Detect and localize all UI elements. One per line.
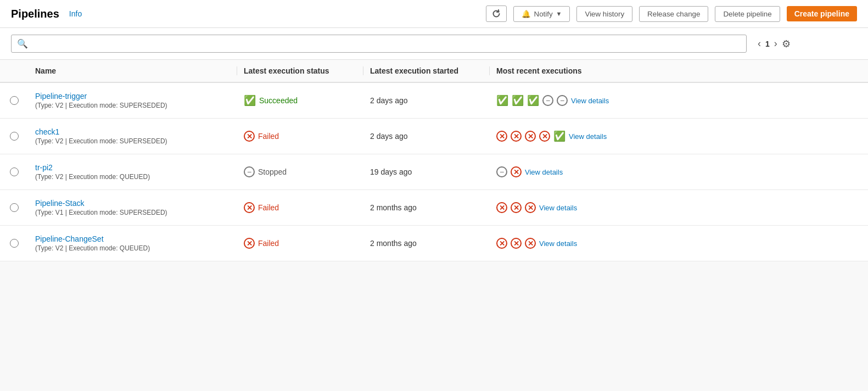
pipeline-name-link[interactable]: tr-pi2 xyxy=(35,163,231,172)
view-details-link[interactable]: View details xyxy=(569,132,607,141)
row-select-cell xyxy=(0,96,29,105)
view-details-link[interactable]: View details xyxy=(539,204,577,212)
exec-success-icon: ✅ xyxy=(553,130,565,142)
row-executions-cell: −✕ View details xyxy=(490,166,868,177)
refresh-button[interactable] xyxy=(486,5,507,22)
row-radio-2[interactable] xyxy=(10,167,19,176)
bell-icon: 🔔 xyxy=(522,10,531,18)
search-input[interactable] xyxy=(31,40,741,48)
status-failed-icon: ✕ xyxy=(244,238,255,249)
exec-stopped-icon: − xyxy=(496,166,507,177)
row-name-cell: Pipeline-ChangeSet (Type: V2 | Execution… xyxy=(29,234,237,252)
pipeline-meta: (Type: V1 | Execution mode: SUPERSEDED) xyxy=(35,209,231,216)
delete-pipeline-button[interactable]: Delete pipeline xyxy=(715,6,780,22)
pipeline-name-link[interactable]: Pipeline-Stack xyxy=(35,199,231,208)
pipeline-name-link[interactable]: Pipeline-ChangeSet xyxy=(35,234,231,243)
status-badge: ✕ Failed xyxy=(244,131,357,142)
started-text: 19 days ago xyxy=(370,167,412,176)
pipeline-name-link[interactable]: Pipeline-trigger xyxy=(35,92,231,100)
row-executions-cell: ✕✕✕✕✅ View details xyxy=(490,130,868,142)
notify-button[interactable]: 🔔 Notify ▼ xyxy=(513,6,570,22)
exec-failed-icon: ✕ xyxy=(511,238,522,249)
row-radio-4[interactable] xyxy=(10,239,19,248)
row-started-cell: 2 months ago xyxy=(363,239,490,248)
row-started-cell: 2 months ago xyxy=(363,203,490,212)
search-input-wrap: 🔍 xyxy=(11,35,747,53)
row-started-cell: 2 days ago xyxy=(363,132,490,141)
status-text: Succeeded xyxy=(259,96,298,105)
row-radio-0[interactable] xyxy=(10,96,19,105)
executions-cell: ✕✕✕ View details xyxy=(496,238,861,249)
pipeline-meta: (Type: V2 | Execution mode: QUEUED) xyxy=(35,244,231,252)
started-text: 2 months ago xyxy=(370,239,417,248)
executions-cell: ✅✅✅−− View details xyxy=(496,94,861,107)
status-badge: ✅ Succeeded xyxy=(244,94,357,107)
row-status-cell: ✕ Failed xyxy=(237,202,363,213)
table-row: Pipeline-Stack (Type: V1 | Execution mod… xyxy=(0,190,868,226)
row-started-cell: 2 days ago xyxy=(363,96,490,105)
th-status: Latest execution status xyxy=(237,66,363,75)
th-select xyxy=(0,66,29,75)
settings-icon[interactable]: ⚙ xyxy=(782,38,791,50)
row-name-cell: tr-pi2 (Type: V2 | Execution mode: QUEUE… xyxy=(29,163,237,181)
exec-failed-icon: ✕ xyxy=(511,166,522,177)
executions-cell: ✕✕✕ View details xyxy=(496,202,861,213)
exec-success-icon: ✅ xyxy=(527,94,539,107)
pipeline-meta: (Type: V2 | Execution mode: QUEUED) xyxy=(35,173,231,181)
th-started: Latest execution started xyxy=(363,66,490,75)
started-text: 2 months ago xyxy=(370,203,417,212)
search-bar: 🔍 ‹ 1 › ⚙ xyxy=(0,28,868,60)
refresh-icon xyxy=(492,9,501,18)
info-link[interactable]: Info xyxy=(69,9,82,18)
table-row: check1 (Type: V2 | Execution mode: SUPER… xyxy=(0,119,868,154)
table-row: tr-pi2 (Type: V2 | Execution mode: QUEUE… xyxy=(0,154,868,190)
row-started-cell: 19 days ago xyxy=(363,167,490,176)
pipeline-name-link[interactable]: check1 xyxy=(35,127,231,136)
next-page-button[interactable]: › xyxy=(774,38,777,49)
status-failed-icon: ✕ xyxy=(244,131,255,142)
view-details-link[interactable]: View details xyxy=(539,239,577,248)
exec-success-icon: ✅ xyxy=(496,94,508,107)
page-title: Pipelines xyxy=(11,8,59,20)
notify-label: Notify xyxy=(534,10,553,18)
pipeline-meta: (Type: V2 | Execution mode: SUPERSEDED) xyxy=(35,102,231,109)
exec-failed-icon: ✕ xyxy=(511,131,522,142)
view-details-link[interactable]: View details xyxy=(525,168,563,176)
exec-failed-icon: ✕ xyxy=(525,131,536,142)
status-badge: − Stopped xyxy=(244,166,357,177)
row-status-cell: ✕ Failed xyxy=(237,238,363,249)
row-executions-cell: ✕✕✕ View details xyxy=(490,202,868,213)
exec-failed-icon: ✕ xyxy=(496,202,507,213)
row-select-cell xyxy=(0,167,29,176)
table-row: Pipeline-ChangeSet (Type: V2 | Execution… xyxy=(0,226,868,261)
status-text: Failed xyxy=(258,132,279,141)
started-text: 2 days ago xyxy=(370,96,408,105)
status-badge: ✕ Failed xyxy=(244,238,357,249)
chevron-down-icon: ▼ xyxy=(556,10,562,17)
pipeline-meta: (Type: V2 | Execution mode: SUPERSEDED) xyxy=(35,137,231,145)
exec-success-icon: ✅ xyxy=(512,94,524,107)
view-details-link[interactable]: View details xyxy=(571,97,609,105)
executions-cell: −✕ View details xyxy=(496,166,861,177)
view-history-button[interactable]: View history xyxy=(576,6,632,22)
row-radio-3[interactable] xyxy=(10,203,19,212)
release-change-button[interactable]: Release change xyxy=(639,6,708,22)
status-stopped-icon: − xyxy=(244,166,255,177)
pipelines-table: Name Latest execution status Latest exec… xyxy=(0,60,868,261)
row-radio-1[interactable] xyxy=(10,132,19,141)
exec-failed-icon: ✕ xyxy=(496,131,507,142)
create-pipeline-button[interactable]: Create pipeline xyxy=(787,6,857,21)
search-icon: 🔍 xyxy=(17,38,28,49)
exec-failed-icon: ✕ xyxy=(525,202,536,213)
row-name-cell: check1 (Type: V2 | Execution mode: SUPER… xyxy=(29,127,237,145)
row-name-cell: Pipeline-Stack (Type: V1 | Execution mod… xyxy=(29,199,237,216)
table-header: Name Latest execution status Latest exec… xyxy=(0,60,868,83)
table-row: Pipeline-trigger (Type: V2 | Execution m… xyxy=(0,83,868,119)
prev-page-button[interactable]: ‹ xyxy=(758,38,761,49)
exec-stopped-icon: − xyxy=(557,95,568,106)
row-name-cell: Pipeline-trigger (Type: V2 | Execution m… xyxy=(29,92,237,109)
exec-failed-icon: ✕ xyxy=(511,202,522,213)
row-select-cell xyxy=(0,239,29,248)
pagination-wrap: ‹ 1 › ⚙ xyxy=(758,38,791,50)
row-executions-cell: ✅✅✅−− View details xyxy=(490,94,868,107)
